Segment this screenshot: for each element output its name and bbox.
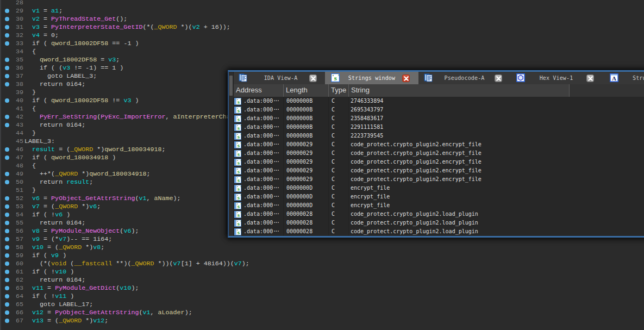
line-number: 59: [0, 252, 23, 260]
pseudocode-line[interactable]: 31 v3 = PyInterpreterState_GetID(*(_QWOR…: [0, 23, 644, 32]
string-row[interactable]: s‘’.data:000···0000000BC2358483617: [234, 114, 644, 123]
tab-pseudocode-a-close-button[interactable]: [495, 74, 502, 82]
text-span: [24, 7, 32, 15]
string-row[interactable]: s‘’.data:000···0000000DCencrypt_file: [234, 201, 644, 210]
text-span: return 0i64;: [40, 121, 85, 129]
tab-hex-view-1[interactable]: Hex View-1: [510, 72, 602, 84]
cell-address: .data:000···: [243, 158, 273, 166]
text-span: ;: [97, 203, 101, 210]
text-span: Type: [329, 86, 346, 94]
text-span: if ( (: [40, 64, 62, 72]
cell-string: encrypt_file: [351, 184, 390, 192]
pseudocode-line[interactable]: 30 v2 = PyThreadState_Get();: [0, 15, 644, 23]
line-number: 47: [0, 154, 23, 162]
tab-ida-view-a[interactable]: IDA View-A: [236, 72, 325, 84]
scrollbar-thumb[interactable]: [229, 76, 233, 96]
tab-pseudocode-a[interactable]: Pseudocode-A: [418, 72, 510, 84]
string-row[interactable]: s‘’.data:000···0000000BC2695343797: [234, 105, 644, 114]
icon-shape: ’: [240, 176, 241, 180]
string-row[interactable]: s‘’.data:000···00000028Ccode_protect.cry…: [234, 210, 644, 219]
pseudocode-line[interactable]: 66 v12 = PyObject_GetAttrString(v1, aLoa…: [0, 309, 644, 317]
pseudocode-line[interactable]: 60 (*(void (__fastcall **)(_QWORD *))(v7…: [0, 260, 644, 268]
code-text: v7 = (_QWORD *)v6;: [24, 203, 101, 211]
pseudocode-line[interactable]: 65 goto LABEL_17;: [0, 301, 644, 309]
column-header-address[interactable]: Address: [234, 84, 284, 97]
text-span: );: [173, 195, 181, 202]
pseudocode-line[interactable]: 67 v13 = (_QWORD *)v12;: [0, 317, 644, 325]
icon-shape: s‘’: [234, 167, 241, 175]
icon-shape: ’: [240, 202, 241, 207]
text-span: v6: [123, 227, 131, 235]
string-row[interactable]: s‘’.data:000···00000028Ccode_protect.cry…: [234, 219, 644, 227]
column-header-length[interactable]: Length: [284, 84, 329, 97]
text-span: [24, 276, 40, 284]
pseudocode-line[interactable]: 29 v1 = a1;: [0, 7, 644, 15]
text-span: v2: [32, 15, 40, 23]
column-header-type[interactable]: Type: [329, 84, 349, 97]
string-row[interactable]: s‘’.data:000···00000029Ccode_protect.cry…: [234, 158, 644, 166]
tab-ida-view-a-close-button[interactable]: [309, 74, 317, 82]
pseudocode-line[interactable]: 59 if ( v9 ): [0, 252, 644, 260]
string-row[interactable]: s‘’.data:000···00000029Ccode_protect.cry…: [234, 166, 644, 175]
line-number: 58: [0, 244, 23, 252]
tab-structures[interactable]: AStru: [602, 72, 644, 84]
cell-string: code_protect.crypto_plugin2.encrypt_file: [351, 158, 482, 166]
pseudocode-line[interactable]: 28: [0, 0, 644, 7]
text-span: [24, 97, 32, 104]
pseudocode-line[interactable]: 63 v11 = PyModule_GetDict(v10);: [0, 284, 644, 292]
pseudocode-line[interactable]: 33 if ( qword_18002DF58 == -1 ): [0, 40, 644, 48]
text-span: PyObject_GetAttrString: [51, 195, 135, 202]
string-row[interactable]: s‘’.data:000···0000000BC2223739545: [234, 132, 644, 140]
cell-string: code_protect.crypto_plugin2.encrypt_file: [351, 149, 482, 158]
text-span: ;: [101, 244, 104, 251]
icon-shape: s‘’: [234, 185, 241, 192]
cell-length: 00000029: [286, 158, 312, 166]
tab-hex-view-1-close-button[interactable]: [586, 74, 594, 82]
icon-shape: [235, 142, 235, 148]
icon-shape: ’: [240, 141, 241, 146]
string-row[interactable]: s‘’.data:000···00000028Ccode_protect.cry…: [234, 227, 644, 236]
string-item-icon: s‘’: [234, 176, 241, 183]
text-span: if (: [32, 252, 51, 259]
pseudocode-line[interactable]: 62 return 0i64;: [0, 276, 644, 284]
pseudocode-line[interactable]: 35 qword_18002DF58 = v3;: [0, 56, 644, 64]
string-row[interactable]: s‘’.data:000···0000000DCencrypt_file: [234, 192, 644, 201]
text-span: ;: [146, 170, 150, 178]
text-span: ;: [162, 146, 166, 153]
text-span: != -1) == 1 ): [70, 64, 123, 72]
string-row[interactable]: s‘’.data:000···0000000BC2291111581: [234, 123, 644, 132]
code-text: (*(void (__fastcall **)(_QWORD *))(v7[1]…: [24, 260, 249, 268]
text-span: ,: [150, 309, 158, 316]
icon-shape: [235, 185, 235, 191]
text-span: = (: [43, 317, 59, 325]
code-text: if ( qword_18002DF58 != v3 ): [24, 97, 139, 105]
column-header-string[interactable]: String: [349, 84, 570, 97]
line-number: 30: [0, 15, 23, 23]
tab-strings-window-close-button[interactable]: [402, 74, 410, 82]
strings-window-scrollbar[interactable]: [229, 72, 234, 236]
text-span: ···: [273, 114, 278, 123]
icon-shape: ‘: [237, 167, 238, 172]
icon-shape: [496, 76, 501, 81]
icon-shape: [235, 98, 235, 104]
pseudocode-line[interactable]: 58 v10 = (_QWORD *)v8;: [0, 244, 644, 252]
text-span: ;: [89, 178, 93, 186]
pseudocode-line[interactable]: 32 v4 = 0;: [0, 32, 644, 40]
string-row[interactable]: s‘’.data:000···00000029Ccode_protect.cry…: [234, 140, 644, 149]
string-row[interactable]: s‘’.data:000···00000029Ccode_protect.cry…: [234, 149, 644, 158]
string-row[interactable]: s‘’.data:000···0000000BC2746333894: [234, 97, 644, 105]
cell-address: .data:000···: [243, 123, 273, 132]
pseudocode-line[interactable]: 34 {: [0, 48, 644, 56]
strings-table[interactable]: s‘’.data:000···0000000BC2746333894s‘’.da…: [234, 97, 644, 236]
pseudocode-line[interactable]: 61 if ( !v10 ): [0, 268, 644, 276]
text-span: goto LABEL_3;: [47, 72, 97, 80]
string-row[interactable]: s‘’.data:000···00000029Ccode_protect.cry…: [234, 175, 644, 184]
item-mark-dot-icon: [5, 115, 9, 119]
tab-strings-window[interactable]: s‘’Strings window: [325, 72, 418, 84]
item-mark-dot-icon: [5, 155, 9, 160]
item-mark-dot-icon: [5, 221, 9, 225]
icon-shape: ’: [240, 211, 241, 215]
string-row[interactable]: s‘’.data:000···0000000DCencrypt_file: [234, 184, 644, 192]
text-span: ···: [273, 192, 278, 201]
pseudocode-line[interactable]: 64 if ( !v11 ): [0, 292, 644, 301]
